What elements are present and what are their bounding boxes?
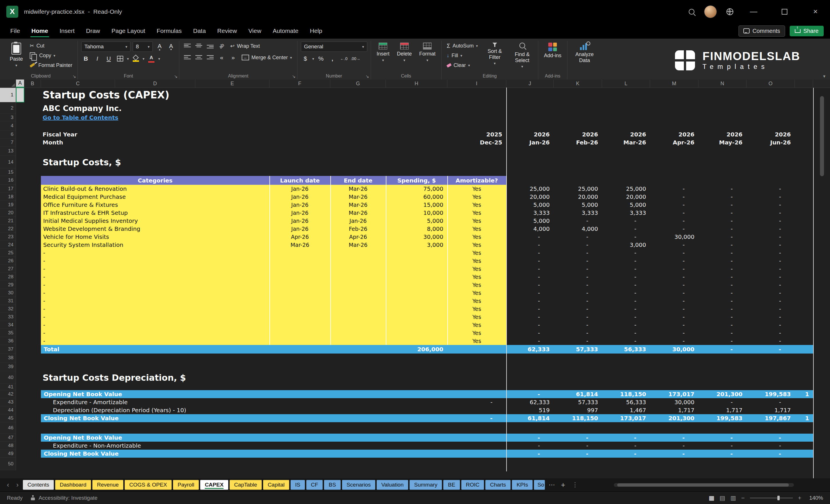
capex-spending[interactable]: 8,000 [386,225,447,233]
cell-N[interactable]: - [698,450,746,458]
cell-J[interactable]: - [506,281,554,289]
capex-amortizable[interactable]: Yes [447,225,506,233]
wrap-text-button[interactable]: ↩Wrap Text [228,42,261,50]
cell-K[interactable]: - [554,313,602,321]
cell-K[interactable]: 3,333 [554,209,602,217]
capex-amortizable[interactable]: Yes [447,289,506,297]
cell-K[interactable]: - [554,289,602,297]
row-header-48[interactable]: 48 [0,442,16,450]
merge-center-button[interactable]: ↔Merge & Center▾ [240,53,294,62]
sheet-tab-valuation[interactable]: Valuation [377,480,408,490]
capex-spending[interactable]: 15,000 [386,201,447,209]
cell-J[interactable]: 4,000 [506,225,554,233]
cell-O[interactable]: - [746,185,795,193]
capex-launch-date[interactable]: Jan-26 [269,185,330,193]
row-header-43[interactable]: 43 [0,398,16,406]
capex-category[interactable]: - [41,249,269,257]
nbv-label[interactable]: Closing Net Book Value [41,414,506,422]
cell-L[interactable]: 3,000 [602,241,650,249]
cell-N[interactable]: - [698,313,746,321]
capex-category[interactable]: - [41,313,269,321]
row-header-30[interactable]: 30 [0,289,16,297]
capex-launch-date[interactable]: Jan-26 [269,193,330,201]
cell-M[interactable]: - [650,193,698,201]
cell-O[interactable]: 199,583 [746,390,795,398]
row-header-2[interactable]: 2 [0,102,16,114]
comma-style-button[interactable]: , [328,54,337,63]
cell-O[interactable]: - [746,193,795,201]
cell-C[interactable]: Fiscal Year [41,130,269,138]
page-break-view-button[interactable]: ▥ [731,495,736,501]
cell-N[interactable]: - [698,289,746,297]
increase-decimal-button[interactable]: ←.0 [339,54,348,63]
alignment-dialog-launcher[interactable]: ↘ [292,74,296,79]
col-header-H[interactable]: H [386,80,447,88]
capex-spending[interactable]: 30,000 [386,233,447,241]
sheet-tab-scenarios[interactable]: Scenarios [342,480,376,490]
capex-category[interactable]: - [41,297,269,305]
total-spending[interactable]: 206,000 [386,345,447,353]
cell-M[interactable]: - [650,185,698,193]
col-header-E[interactable]: E [195,80,269,88]
cell-M[interactable]: - [650,442,698,450]
font-size-select[interactable]: 8▾ [133,41,153,52]
row-header-32[interactable]: 32 [0,305,16,313]
cell-O[interactable]: - [746,297,795,305]
cell-L[interactable]: - [602,225,650,233]
cell-J[interactable]: - [506,297,554,305]
capex-amortizable[interactable]: Yes [447,297,506,305]
capex-amortizable[interactable]: Yes [447,337,506,345]
cell-M[interactable]: 1,717 [650,406,698,414]
capex-amortizable[interactable]: Yes [447,281,506,289]
col-header-B[interactable]: B [24,80,41,88]
cell-J[interactable]: - [506,241,554,249]
sheet-tab-captable[interactable]: CapTable [230,480,262,490]
minimize-button[interactable]: — [743,3,764,20]
cell-L[interactable]: Mar-26 [602,138,650,147]
cell-N[interactable]: - [698,345,746,353]
cell-J[interactable]: - [506,321,554,329]
nbv-label[interactable]: Opening Net Book Value [41,390,506,398]
cell-M[interactable]: - [650,313,698,321]
clipped-value[interactable]: 1 [795,390,813,398]
cell-N[interactable]: 201,300 [698,390,746,398]
menu-insert[interactable]: Insert [54,23,81,39]
capex-category[interactable]: - [41,265,269,273]
accounting-format-button[interactable]: $ [301,54,310,63]
zoom-slider-thumb[interactable] [777,496,780,500]
cell-J[interactable]: - [506,273,554,281]
cell-M[interactable]: - [650,265,698,273]
col-header-M[interactable]: M [650,80,698,88]
header-spending[interactable]: Spending, $ [386,176,447,185]
comments-button[interactable]: Comments [738,26,785,37]
cell-M[interactable]: - [650,281,698,289]
capex-launch-date[interactable]: Jan-26 [269,225,330,233]
cell-L[interactable]: - [602,257,650,265]
row-header-40[interactable]: 40 [0,371,16,384]
capex-spending[interactable]: 5,000 [386,217,447,225]
capex-category[interactable]: Initial Medical Supplies Inventory [41,217,269,225]
cell-M[interactable]: - [650,337,698,345]
row-header-1[interactable]: 1 [0,88,16,102]
capex-category[interactable]: Clinic Build-out & Renovation [41,185,269,193]
cell-M[interactable]: 30,000 [650,345,698,353]
cell-O[interactable]: - [746,217,795,225]
cell-J[interactable]: 62,333 [506,345,554,353]
cell-K[interactable]: 25,000 [554,185,602,193]
total-label[interactable]: Total [41,345,269,353]
menu-page-layout[interactable]: Page Layout [106,23,151,39]
cell-K[interactable]: 5,000 [554,201,602,209]
menu-view[interactable]: View [243,23,267,39]
capex-end-date[interactable]: Jan-26 [330,217,386,225]
row-header-23[interactable]: 23 [0,233,16,241]
cell-M[interactable]: - [650,434,698,442]
col-header-D[interactable]: D [115,80,195,88]
orientation-button[interactable]: ab [217,41,226,51]
cell-L[interactable]: 118,150 [602,390,650,398]
paste-button[interactable]: Paste ▾ [7,41,25,69]
cell-I[interactable]: - [447,398,506,406]
active-cell-A1[interactable] [16,88,24,102]
col-header-L[interactable]: L [602,80,650,88]
cell-O[interactable]: 2026 [746,130,795,138]
cell-J[interactable]: - [506,313,554,321]
